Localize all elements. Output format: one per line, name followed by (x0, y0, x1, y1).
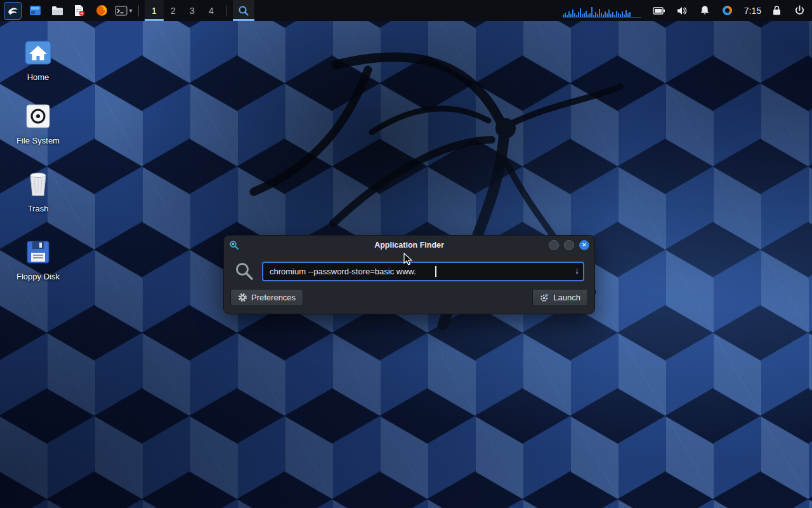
settings-app-icon (29, 4, 41, 17)
app-finder-task-icon (238, 5, 249, 17)
desktop-icon-label: File System (8, 136, 69, 145)
mouse-cursor (403, 253, 414, 267)
dropdown-arrow-icon[interactable]: ↓ (575, 265, 579, 276)
workspace-2[interactable]: 2 (164, 0, 183, 21)
updates-indicator[interactable] (719, 2, 737, 20)
desktop-icon-file-system[interactable]: File System (8, 100, 69, 145)
kali-menu-button[interactable] (4, 2, 22, 20)
terminal-icon (115, 6, 128, 16)
window-title: Application Finder (224, 241, 594, 250)
chevron-down-icon: ▾ (129, 7, 132, 14)
notifications-indicator[interactable] (696, 2, 714, 20)
workspace-4[interactable]: 4 (202, 0, 221, 21)
kali-logo-icon (6, 4, 19, 17)
preferences-button[interactable]: Preferences (230, 289, 303, 306)
firefox-icon (96, 4, 108, 17)
drive-icon (24, 102, 52, 130)
folder-icon (51, 6, 63, 16)
desktop: ▾ 1 2 3 4 (0, 0, 812, 508)
desktop-icon-floppy-disk[interactable]: Floppy Disk (8, 236, 69, 281)
battery-indicator[interactable] (650, 2, 668, 20)
task-button-application-finder[interactable] (233, 0, 254, 21)
desktop-icon-label: Floppy Disk (8, 272, 69, 281)
home-icon (23, 39, 53, 66)
updates-icon (723, 6, 732, 15)
maximize-button[interactable] (564, 240, 574, 250)
bell-icon (700, 5, 710, 16)
desktop-icon-label: Home (8, 72, 69, 82)
launch-button[interactable]: Launch (532, 289, 588, 306)
workspace-1[interactable]: 1 (145, 0, 164, 21)
text-caret (435, 266, 436, 277)
desktop-icon-label: Trash (8, 204, 69, 213)
command-input[interactable] (262, 262, 584, 281)
volume-indicator[interactable] (673, 2, 691, 20)
panel-separator (138, 5, 139, 17)
cpu-graph[interactable] (563, 4, 641, 18)
power-icon (794, 5, 805, 16)
text-editor-launcher[interactable] (70, 2, 88, 20)
close-icon: ✕ (582, 242, 587, 248)
window-app-icon (229, 240, 239, 250)
gear-icon (238, 293, 247, 302)
floppy-icon (25, 239, 51, 265)
window-titlebar[interactable]: Application Finder ✕ (224, 236, 594, 255)
battery-icon (653, 7, 665, 15)
panel-separator (226, 5, 227, 17)
screen-lock-indicator[interactable] (768, 2, 785, 20)
close-button[interactable]: ✕ (579, 240, 589, 250)
minimize-button[interactable] (549, 240, 559, 250)
speaker-icon (676, 6, 688, 16)
trash-icon (25, 170, 51, 198)
desktop-icon-home[interactable]: Home (8, 37, 69, 82)
search-icon (234, 261, 254, 281)
lock-icon (772, 5, 782, 16)
application-finder-window: Application Finder ✕ ↓ (223, 235, 595, 314)
terminal-launcher[interactable]: ▾ (115, 2, 133, 20)
firefox-launcher[interactable] (93, 2, 110, 20)
top-panel: ▾ 1 2 3 4 (0, 0, 812, 21)
document-icon (74, 4, 85, 17)
logout-button[interactable] (790, 2, 808, 20)
file-manager-launcher[interactable] (48, 2, 66, 20)
settings-app-launcher[interactable] (26, 2, 44, 20)
clock[interactable]: 7:15 (744, 6, 761, 16)
workspace-3[interactable]: 3 (183, 0, 202, 21)
desktop-icon-trash[interactable]: Trash (8, 168, 69, 213)
launch-icon (540, 293, 549, 302)
